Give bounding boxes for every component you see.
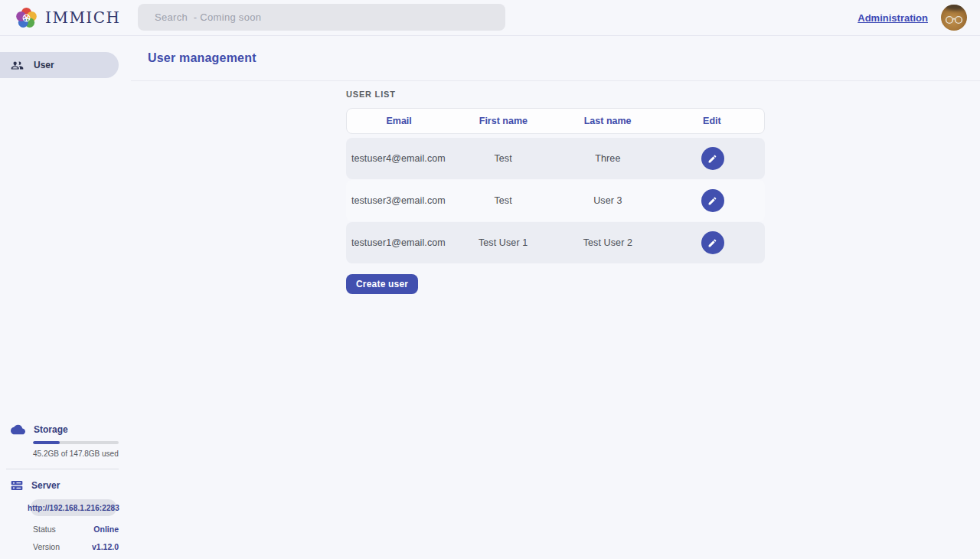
server-url-badge: http://192.168.1.216:2283	[31, 499, 116, 516]
storage-section-header: Storage	[0, 424, 119, 435]
status-value: Online	[93, 525, 119, 534]
create-user-button[interactable]: Create user	[346, 274, 418, 294]
administration-link[interactable]: Administration	[858, 12, 928, 24]
cell-first-name: Test	[451, 153, 556, 164]
version-value: v1.12.0	[92, 542, 119, 551]
column-header-last-name: Last name	[556, 116, 660, 126]
cell-last-name: Test User 2	[556, 237, 661, 248]
column-header-first-name: First name	[451, 116, 555, 126]
table-row: testuser4@email.com Test Three	[346, 138, 765, 179]
edit-user-button[interactable]	[701, 189, 724, 212]
storage-progress-fill	[33, 441, 60, 444]
cell-email: testuser4@email.com	[346, 153, 451, 164]
immich-admin-app: IMMICH Administration User	[0, 0, 980, 559]
sidebar-bottom-panel: Storage 45.2GB of 147.8GB used	[0, 424, 119, 551]
cloud-icon	[11, 424, 25, 435]
cell-last-name: Three	[556, 153, 661, 164]
table-row: testuser1@email.com Test User 1 Test Use…	[346, 222, 765, 263]
sidebar: User Storage 45.2GB of 147.8GB used	[0, 36, 131, 559]
user-table-container: USER LIST Email First name Last name Edi…	[346, 90, 765, 264]
header-right: Administration	[858, 5, 980, 31]
users-icon	[11, 59, 24, 72]
user-list-label: USER LIST	[346, 90, 765, 99]
server-status-row: Status Online	[33, 525, 119, 534]
column-header-email: Email	[347, 116, 451, 126]
glasses-icon	[944, 15, 964, 25]
main-content: User management USER LIST Email First na…	[131, 36, 980, 559]
top-header: IMMICH Administration	[0, 0, 980, 36]
edit-user-button[interactable]	[701, 147, 724, 170]
storage-title: Storage	[34, 424, 68, 435]
sidebar-divider	[6, 469, 119, 469]
cell-email: testuser1@email.com	[346, 237, 451, 248]
sidebar-item-user[interactable]: User	[0, 52, 119, 78]
server-section-header: Server	[0, 479, 119, 492]
pencil-icon	[707, 154, 717, 164]
server-title: Server	[31, 480, 60, 491]
edit-user-button[interactable]	[701, 231, 724, 254]
column-header-edit: Edit	[660, 116, 764, 126]
cell-last-name: User 3	[556, 195, 661, 206]
page-header: User management	[131, 36, 980, 81]
search-bar	[138, 4, 505, 31]
status-label: Status	[33, 525, 56, 534]
cell-first-name: Test User 1	[451, 237, 556, 248]
search-input[interactable]	[138, 4, 505, 31]
server-icon	[11, 479, 23, 492]
storage-progress-bar	[33, 441, 119, 444]
cell-email: testuser3@email.com	[346, 195, 451, 206]
version-label: Version	[33, 542, 60, 551]
cell-first-name: Test	[451, 195, 556, 206]
pencil-icon	[707, 238, 717, 248]
page-body: USER LIST Email First name Last name Edi…	[131, 81, 980, 559]
immich-logo[interactable]: IMMICH	[0, 5, 121, 31]
avatar[interactable]	[941, 5, 967, 31]
table-header-row: Email First name Last name Edit	[346, 108, 765, 134]
table-row: testuser3@email.com Test User 3	[346, 180, 765, 221]
pencil-icon	[707, 196, 717, 206]
logo-wordmark: IMMICH	[45, 8, 121, 27]
page-title: User management	[148, 51, 256, 65]
immich-flower-icon	[14, 5, 39, 31]
server-version-row: Version v1.12.0	[33, 542, 119, 551]
create-user-row: Create user	[346, 264, 765, 294]
sidebar-item-label: User	[34, 60, 54, 70]
storage-usage-text: 45.2GB of 147.8GB used	[33, 449, 119, 458]
